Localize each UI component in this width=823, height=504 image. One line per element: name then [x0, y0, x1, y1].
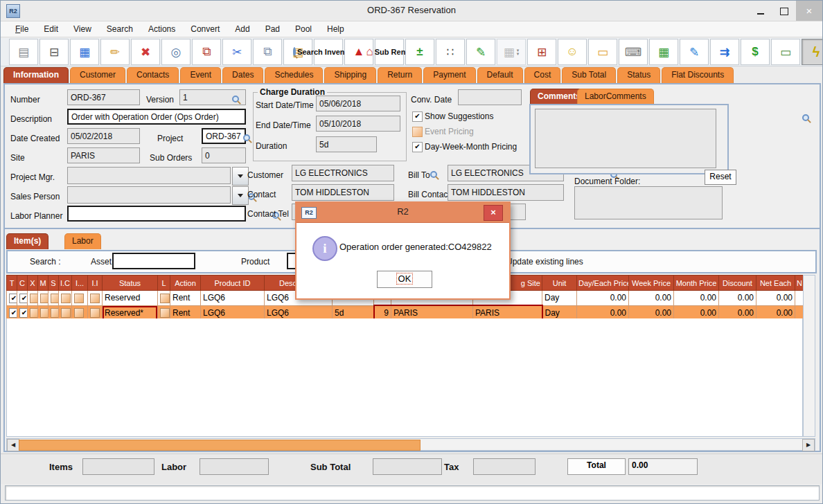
quick-action-button[interactable]: ϟ — [802, 39, 823, 65]
tab-event[interactable]: Event — [180, 67, 221, 83]
maximize-button[interactable] — [772, 1, 796, 21]
find-button[interactable]: ◎ — [161, 39, 191, 65]
col-header[interactable]: I.I — [88, 276, 103, 291]
event-pricing-checkbox[interactable] — [412, 127, 423, 137]
scrollbar-thumb[interactable] — [19, 440, 421, 451]
vertical-scrollbar[interactable] — [803, 275, 815, 437]
start-date-input[interactable] — [316, 96, 400, 111]
cell-checkbox[interactable]: ✔ — [7, 291, 17, 306]
tab-shipping[interactable]: Shipping — [324, 67, 376, 83]
tab-labor-comments[interactable]: LaborComments — [577, 89, 654, 105]
menu-file[interactable]: File — [8, 21, 36, 37]
project-input[interactable] — [202, 128, 246, 144]
tab-contacts[interactable]: Contacts — [127, 67, 179, 83]
convert-currency-button[interactable]: ⇉ — [710, 39, 739, 65]
menu-pad[interactable]: Pad — [258, 21, 287, 37]
col-header[interactable]: T — [7, 276, 17, 291]
tab-status[interactable]: Status — [617, 67, 660, 83]
tab-return[interactable]: Return — [378, 67, 422, 83]
availability-button[interactable]: ▦ — [649, 39, 678, 65]
copy-button[interactable]: ⧉ — [253, 39, 282, 65]
save-button[interactable]: ▦ — [70, 39, 99, 65]
cell-checkbox[interactable] — [38, 291, 48, 306]
cell-unit[interactable]: Day — [542, 291, 577, 306]
project-search-icon[interactable] — [243, 134, 250, 141]
number-input[interactable] — [67, 89, 140, 105]
close-button[interactable]: × — [796, 1, 822, 21]
project-mgr-input[interactable] — [67, 167, 231, 184]
scroll-left-arrow[interactable]: ◀ — [7, 439, 19, 451]
col-header-product-id[interactable]: Product ID — [201, 276, 265, 291]
cell-status[interactable]: Reserved — [103, 291, 158, 306]
cell-checkbox[interactable] — [158, 291, 170, 306]
smiley-button[interactable]: ☺ — [558, 39, 587, 65]
col-header[interactable]: I.C — [59, 276, 72, 291]
notes-button[interactable]: ✎ — [466, 39, 495, 65]
billing-notes-button[interactable]: $ — [741, 39, 770, 65]
menu-pool[interactable]: Pool — [287, 21, 319, 37]
add-line-button[interactable]: ± — [405, 39, 434, 65]
row-checkbox[interactable]: ✔ — [9, 308, 17, 318]
row-checkbox[interactable] — [30, 308, 38, 318]
conv-date-input[interactable] — [458, 89, 522, 105]
comments-search-icon[interactable] — [802, 114, 809, 121]
row-checkbox[interactable] — [160, 308, 170, 318]
row-checkbox[interactable] — [30, 294, 38, 303]
cell-month-price[interactable]: 0.00 — [674, 291, 719, 306]
contact-input[interactable] — [292, 184, 394, 201]
col-header[interactable]: X — [28, 276, 38, 291]
ok-button[interactable]: OK — [377, 271, 432, 288]
col-header-net-each[interactable]: Net Each — [756, 276, 795, 291]
row-checkbox[interactable] — [160, 294, 170, 303]
tab-schedules[interactable]: Schedules — [265, 67, 323, 83]
cell-action[interactable]: Rent — [170, 291, 201, 306]
show-suggestions-checkbox[interactable]: ✔ — [412, 111, 423, 122]
menu-help[interactable]: Help — [319, 21, 352, 37]
date-created-input[interactable] — [67, 128, 140, 144]
sub-orders-input[interactable] — [202, 147, 246, 163]
col-header-unit[interactable]: Unit — [542, 276, 577, 291]
col-header-day-price[interactable]: Day/Each Price — [577, 276, 629, 291]
cell-net-each[interactable]: 0.00 — [756, 291, 795, 306]
col-header[interactable]: S — [48, 276, 59, 291]
tab-dates[interactable]: Dates — [222, 67, 263, 83]
org-chart-button[interactable]: ⊞ — [527, 39, 556, 65]
col-header-status[interactable]: Status — [103, 276, 158, 291]
sub-rent-button[interactable]: ⌂ Sub Rent ▾▾ — [375, 39, 404, 65]
tab-default[interactable]: Default — [477, 67, 523, 83]
row-checkbox[interactable]: ✔ — [19, 294, 28, 303]
minimize-button[interactable] — [749, 1, 772, 21]
new-order-button[interactable]: ▤ — [9, 39, 38, 65]
menu-convert[interactable]: Convert — [183, 21, 227, 37]
col-header-week-price[interactable]: Week Price — [629, 276, 674, 291]
menu-search[interactable]: Search — [99, 21, 141, 37]
col-header-discount[interactable]: Discount — [719, 276, 756, 291]
keyboard-button[interactable]: ⌨ — [619, 39, 648, 65]
row-checkbox[interactable] — [40, 308, 48, 318]
row-checkbox[interactable]: ✔ — [9, 294, 17, 303]
copy-lines-button[interactable]: ⧉ — [192, 39, 221, 65]
col-header[interactable]: I... — [72, 276, 88, 291]
tab-information[interactable]: Information — [3, 67, 69, 83]
dialog-close-button[interactable]: × — [484, 205, 503, 221]
menu-actions[interactable]: Actions — [141, 21, 183, 37]
row-checkbox[interactable] — [51, 294, 59, 303]
scroll-right-arrow[interactable]: ▶ — [802, 439, 815, 451]
row-checkbox[interactable] — [40, 294, 48, 303]
tab-items[interactable]: Item(s) — [6, 233, 48, 249]
row-checkbox[interactable] — [74, 308, 84, 318]
row-checkbox[interactable] — [61, 308, 71, 318]
duration-input[interactable] — [316, 136, 377, 152]
sales-person-dropdown[interactable] — [232, 186, 249, 205]
row-checkbox[interactable] — [90, 308, 100, 318]
horizontal-scrollbar[interactable]: ◀ ▶ — [6, 438, 815, 451]
menu-edit[interactable]: Edit — [36, 21, 66, 37]
site-input[interactable] — [67, 147, 140, 163]
cell-checkbox[interactable] — [48, 291, 59, 306]
version-search-icon[interactable] — [232, 96, 239, 102]
comments-textarea[interactable] — [535, 109, 716, 168]
dwm-pricing-checkbox[interactable]: ✔ — [412, 142, 423, 152]
cell-discount[interactable]: 0.00 — [719, 291, 756, 306]
print-button[interactable]: ⊟ — [39, 39, 69, 65]
cell-checkbox[interactable] — [72, 291, 88, 306]
